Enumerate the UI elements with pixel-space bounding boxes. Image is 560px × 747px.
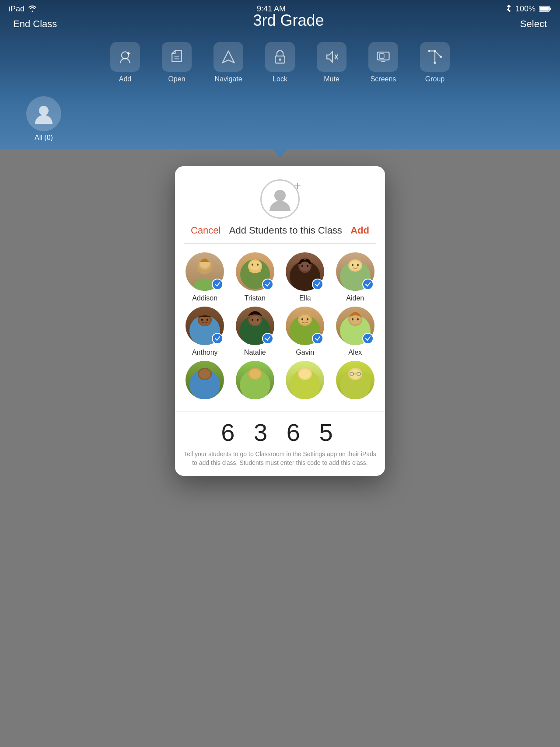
student-tristan[interactable]: Tristan: [232, 252, 278, 302]
check-badge-anthony: [212, 333, 223, 344]
toolbar-lock[interactable]: Lock: [265, 42, 295, 83]
add-icon: [117, 49, 133, 65]
lock-label: Lock: [273, 75, 287, 83]
student-name-alex: Alex: [348, 349, 362, 356]
svg-point-20: [440, 56, 442, 58]
screens-icon: [375, 49, 391, 65]
svg-point-19: [434, 50, 436, 52]
svg-point-41: [352, 264, 354, 266]
svg-point-31: [252, 264, 253, 266]
class-code: 6 3 6 5: [221, 418, 339, 447]
student-natalie[interactable]: Natalie: [232, 307, 278, 356]
student-avatar-wrap-alex: [336, 307, 374, 345]
device-label: iPad: [9, 4, 24, 14]
student-anthony[interactable]: Anthony: [182, 307, 228, 356]
svg-point-68: [249, 369, 261, 379]
svg-point-65: [199, 369, 210, 379]
students-grid: Addison Tristan: [175, 244, 385, 412]
lock-icon-box: [265, 42, 295, 72]
student-s9[interactable]: [182, 361, 228, 403]
lock-icon: [272, 49, 288, 65]
svg-point-23: [39, 106, 49, 115]
open-icon: [169, 49, 185, 65]
svg-point-61: [352, 318, 354, 321]
toolbar-group[interactable]: Group: [420, 42, 450, 83]
student-addison[interactable]: Addison: [182, 252, 228, 302]
navigate-icon-box: [214, 42, 243, 72]
status-time: 9:41 AM: [257, 4, 286, 14]
svg-rect-2: [550, 8, 551, 10]
student-aiden[interactable]: Aiden: [332, 252, 378, 302]
student-name-ella: Ella: [299, 294, 311, 302]
all-students-group[interactable]: All (0): [26, 96, 61, 142]
svg-point-37: [307, 265, 308, 267]
toolbar: Add Open Navigate: [0, 35, 560, 90]
svg-point-35: [300, 262, 310, 271]
toolbar-add[interactable]: Add: [110, 42, 140, 83]
group-icon: [427, 49, 443, 65]
battery-icon: [539, 6, 551, 12]
svg-point-62: [357, 318, 359, 321]
check-badge-natalie: [262, 333, 273, 344]
code-instructions: Tell your students to go to Classroom in…: [184, 450, 376, 467]
person-silhouette: [267, 186, 293, 212]
student-avatar-wrap-s9: [186, 361, 224, 399]
add-students-modal: + Cancel Add Students to this Class Add: [175, 166, 385, 476]
check-badge-ella: [312, 279, 323, 290]
add-icon-box: [110, 42, 140, 72]
student-gavin[interactable]: Gavin: [282, 307, 328, 356]
add-label: Add: [119, 75, 131, 83]
check-badge-gavin: [312, 333, 323, 344]
group-label: Group: [425, 75, 444, 83]
student-alex[interactable]: Alex: [332, 307, 378, 356]
modal-title: Add Students to this Class: [229, 225, 342, 236]
toolbar-mute[interactable]: Mute: [317, 42, 346, 83]
student-avatar-wrap-anthony: [186, 307, 224, 345]
svg-marker-8: [223, 51, 234, 63]
svg-point-22: [428, 50, 430, 52]
status-bar: iPad 9:41 AM 100%: [0, 0, 560, 17]
svg-point-51: [252, 319, 253, 321]
svg-point-46: [201, 319, 203, 321]
mute-icon: [324, 49, 340, 65]
toolbar-navigate[interactable]: Navigate: [214, 42, 243, 83]
toolbar-screens[interactable]: Screens: [368, 42, 398, 83]
student-s12[interactable]: [332, 361, 378, 403]
student-s10[interactable]: [232, 361, 278, 403]
mute-icon-box: [317, 42, 346, 72]
student-avatar-wrap-natalie: [236, 307, 274, 345]
student-avatar-wrap-aiden: [336, 252, 374, 291]
select-button[interactable]: Select: [520, 18, 547, 30]
student-name-aiden: Aiden: [346, 294, 364, 302]
student-avatar-s9: [186, 361, 224, 399]
open-label: Open: [168, 75, 185, 83]
student-avatar-s12: [336, 361, 374, 399]
student-avatar-wrap-tristan: [236, 252, 274, 291]
student-ella[interactable]: Ella: [282, 252, 328, 302]
mute-label: Mute: [324, 75, 340, 83]
add-person-icon: +: [260, 179, 300, 219]
svg-point-47: [206, 319, 208, 321]
end-class-button[interactable]: End Class: [13, 18, 57, 30]
student-s11[interactable]: [282, 361, 328, 403]
toolbar-open[interactable]: Open: [162, 42, 192, 83]
add-plus-icon: +: [294, 180, 301, 192]
student-avatar-wrap-s10: [236, 361, 274, 399]
cancel-button[interactable]: Cancel: [191, 225, 220, 236]
svg-point-57: [307, 318, 308, 321]
svg-point-50: [249, 316, 261, 325]
wifi-icon: [28, 5, 37, 12]
add-button[interactable]: Add: [350, 225, 369, 236]
modal-title-bar: Cancel Add Students to this Class Add: [184, 225, 376, 244]
student-name-natalie: Natalie: [244, 349, 266, 356]
screens-icon-box: [368, 42, 398, 72]
svg-point-52: [257, 319, 259, 321]
svg-point-30: [249, 261, 261, 270]
student-name-addison: Addison: [192, 294, 217, 302]
student-avatar-wrap-ella: [286, 252, 324, 291]
all-avatar: [26, 96, 61, 131]
svg-point-10: [279, 59, 281, 61]
code-section: 6 3 6 5 Tell your students to go to Clas…: [175, 412, 385, 476]
svg-point-71: [299, 369, 311, 379]
svg-rect-1: [540, 7, 549, 11]
